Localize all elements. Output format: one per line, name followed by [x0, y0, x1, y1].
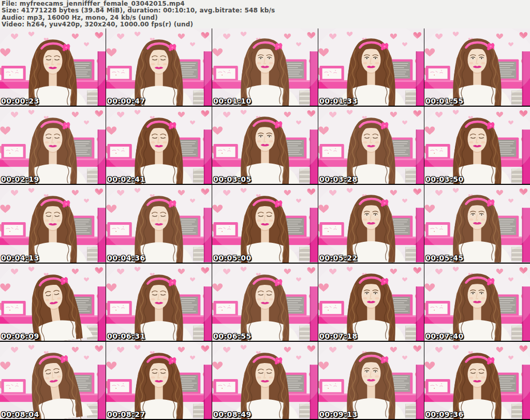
video-thumbnail: 00:07:40 [424, 264, 530, 341]
thumbnail-image [0, 264, 106, 341]
thumbnail-image [106, 28, 212, 106]
timestamp-overlay: 00:00:23 [1, 97, 39, 105]
video-thumbnail: 00:09:13 [318, 342, 424, 419]
video-thumbnail: 00:07:18 [318, 264, 424, 341]
timestamp-overlay: 00:06:55 [213, 332, 252, 340]
thumbnail-image [212, 28, 318, 106]
video-thumbnail: 00:05:22 [318, 185, 424, 262]
thumbnail-image [424, 107, 530, 184]
timestamp-overlay: 00:03:28 [319, 175, 358, 183]
timestamp-overlay: 00:01:55 [425, 97, 464, 105]
timestamp-overlay: 00:06:09 [1, 332, 39, 340]
thumbnail-image [424, 185, 530, 262]
video-thumbnail: 00:00:23 [0, 28, 106, 106]
thumbnail-image [212, 185, 318, 262]
thumbnail-image [0, 107, 106, 184]
video-thumbnail: 00:01:10 [212, 28, 318, 106]
video-thumbnail: 00:08:04 [0, 342, 106, 419]
video-thumbnail: 00:02:41 [106, 107, 212, 184]
timestamp-overlay: 00:05:22 [319, 254, 358, 262]
metadata-header: File: myfreecams_jennifffer_female_03042… [0, 0, 530, 28]
timestamp-overlay: 00:08:27 [107, 410, 145, 418]
thumbnail-image [318, 264, 424, 341]
video-thumbnail: 00:02:19 [0, 107, 106, 184]
timestamp-overlay: 00:09:13 [319, 410, 358, 418]
video-thumbnail: 00:09:36 [424, 342, 530, 419]
thumbnail-image [106, 264, 212, 341]
thumbnail-image [212, 107, 318, 184]
video-thumbnail: 00:06:09 [0, 264, 106, 341]
thumbnail-image [424, 264, 530, 341]
thumbnail-image [0, 342, 106, 419]
thumbnail-image [424, 28, 530, 106]
size-info-line: Size: 41771228 bytes (39.84 MiB), durati… [2, 7, 530, 14]
file-info-line: File: myfreecams_jennifffer_female_03042… [2, 1, 530, 7]
thumbnail-image [318, 107, 424, 184]
thumbnail-image [212, 264, 318, 341]
video-info-line: Video: h264, yuv420p, 320x240, 1000.00 f… [2, 21, 530, 28]
thumbnail-image [0, 28, 106, 106]
video-thumbnail: 00:04:36 [106, 185, 212, 262]
timestamp-overlay: 00:07:18 [319, 332, 358, 340]
timestamp-overlay: 00:08:04 [1, 410, 39, 418]
timestamp-overlay: 00:05:45 [425, 254, 464, 262]
video-thumbnail: 00:03:50 [424, 107, 530, 184]
timestamp-overlay: 00:08:49 [213, 410, 252, 418]
thumbnail-image [318, 28, 424, 106]
thumbnail-image [0, 185, 106, 262]
timestamp-overlay: 00:04:13 [1, 254, 39, 262]
thumbnail-image [318, 185, 424, 262]
timestamp-overlay: 00:01:33 [319, 97, 358, 105]
timestamp-overlay: 00:01:10 [213, 97, 252, 105]
video-thumbnail: 00:04:13 [0, 185, 106, 262]
video-thumbnail: 00:08:49 [212, 342, 318, 419]
video-thumbnail: 00:00:47 [106, 28, 212, 106]
video-thumbnail: 00:01:33 [318, 28, 424, 106]
video-thumbnail: 00:05:00 [212, 185, 318, 262]
video-thumbnail: 00:03:28 [318, 107, 424, 184]
video-thumbnail: 00:05:45 [424, 185, 530, 262]
thumbnail-image [106, 185, 212, 262]
audio-info-line: Audio: mp3, 16000 Hz, mono, 24 kb/s (und… [2, 15, 530, 21]
video-thumbnail: 00:08:27 [106, 342, 212, 419]
thumbnail-image [106, 107, 212, 184]
thumbnail-grid: 00:00:2300:00:4700:01:1000:01:3300:01:55… [0, 28, 530, 420]
timestamp-overlay: 00:03:50 [425, 175, 464, 183]
video-thumbnail: 00:06:55 [212, 264, 318, 341]
timestamp-overlay: 00:09:36 [425, 410, 464, 418]
timestamp-overlay: 00:05:00 [213, 254, 252, 262]
thumbnail-image [106, 342, 212, 419]
timestamp-overlay: 00:03:05 [213, 175, 252, 183]
timestamp-overlay: 00:07:40 [425, 332, 464, 340]
thumbnail-image [424, 342, 530, 419]
video-thumbnail: 00:06:31 [106, 264, 212, 341]
timestamp-overlay: 00:02:41 [107, 175, 145, 183]
thumbnail-image [212, 342, 318, 419]
timestamp-overlay: 00:02:19 [1, 175, 39, 183]
video-thumbnail: 00:03:05 [212, 107, 318, 184]
timestamp-overlay: 00:06:31 [107, 332, 145, 340]
thumbnail-image [318, 342, 424, 419]
video-thumbnail: 00:01:55 [424, 28, 530, 106]
timestamp-overlay: 00:00:47 [107, 97, 145, 105]
timestamp-overlay: 00:04:36 [107, 254, 145, 262]
